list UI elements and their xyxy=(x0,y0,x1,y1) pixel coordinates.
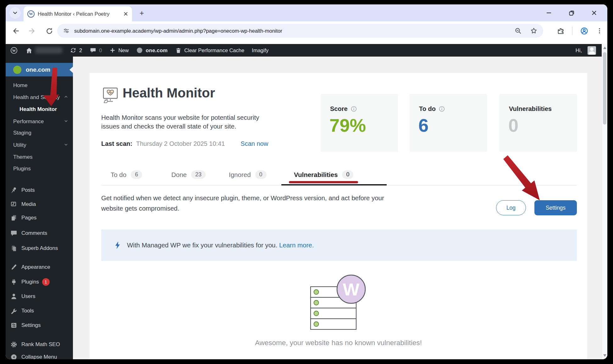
sidebar-item-users[interactable]: Users xyxy=(6,291,73,301)
scrollbar-thumb[interactable] xyxy=(603,52,606,124)
wp-sidebar: one.com Home Health and Security Health … xyxy=(6,57,73,359)
info-icon[interactable] xyxy=(351,106,357,112)
sidebar-item-themes[interactable]: Themes xyxy=(6,152,73,162)
sidebar-item-posts[interactable]: Posts xyxy=(6,185,73,195)
learn-more-link[interactable]: Learn more. xyxy=(279,241,314,249)
media-icon xyxy=(10,201,18,208)
clear-cache-menu[interactable]: Clear Performance Cache xyxy=(175,47,244,54)
sidebar-item-health-and-security[interactable]: Health and Security xyxy=(6,92,73,102)
tab-close-icon[interactable]: ✕ xyxy=(123,10,128,18)
comments-menu[interactable]: 0 xyxy=(90,47,102,54)
reload-icon[interactable] xyxy=(45,27,53,35)
zoom-icon[interactable] xyxy=(514,27,522,35)
wordpress-favicon-icon: W xyxy=(27,10,35,18)
last-scan-row: Last scan: Thursday 2 October 2025 10:41… xyxy=(101,140,268,147)
trash-icon xyxy=(175,47,182,54)
tab-ignored[interactable]: Ignored0 xyxy=(229,170,267,179)
scroll-up-arrow-icon[interactable] xyxy=(603,47,606,49)
new-tab-button[interactable]: + xyxy=(137,8,146,18)
sidebar-item-collapse-menu[interactable]: Collapse Menu xyxy=(6,352,73,359)
vulnerabilities-label: Vulnerabilities xyxy=(509,105,552,113)
admin-content: Health Monitor Health Monitor scans your… xyxy=(73,57,602,359)
tab-vulnerabilities[interactable]: Vulnerabilities0 xyxy=(294,170,353,179)
onecom-logo-icon xyxy=(136,47,143,54)
todo-label: To do xyxy=(419,105,436,113)
scroll-down-arrow-icon[interactable] xyxy=(603,354,606,357)
browser-tab[interactable]: W Health Monitor ‹ Pelican Poetry ✕ xyxy=(24,6,132,21)
browser-titlebar: W Health Monitor ‹ Pelican Poetry ✕ + xyxy=(6,4,607,21)
bookmark-star-icon[interactable] xyxy=(530,27,538,35)
log-button[interactable]: Log xyxy=(496,200,526,215)
sidebar-item-plugins[interactable]: Plugins 1 xyxy=(6,277,73,287)
onecom-menu[interactable]: one.com xyxy=(136,47,168,54)
site-settings-icon[interactable] xyxy=(63,27,70,34)
profile-icon[interactable] xyxy=(580,27,588,35)
scan-now-link[interactable]: Scan now xyxy=(240,140,268,147)
score-value: 79% xyxy=(329,115,366,136)
last-scan-value: Thursday 2 October 2025 10:41 xyxy=(136,140,225,147)
wp-logo-menu[interactable]: W xyxy=(10,47,18,54)
back-icon[interactable] xyxy=(11,27,19,35)
superb-addons-icon xyxy=(10,245,18,252)
minimize-button[interactable] xyxy=(544,10,554,15)
sidebar-item-media[interactable]: Media xyxy=(6,199,73,209)
account-menu[interactable]: Hi, xyxy=(576,46,602,55)
tab-todo[interactable]: To do6 xyxy=(111,170,142,179)
active-tab-indicator xyxy=(281,184,387,185)
sidebar-item-home[interactable]: Home xyxy=(6,80,73,91)
lightning-bolt-icon xyxy=(114,241,121,249)
close-button[interactable] xyxy=(589,10,599,15)
url-text[interactable]: subdomain.one-example.academy/wp-admin/a… xyxy=(74,28,511,34)
updates-icon xyxy=(70,47,77,54)
server-illustration: W xyxy=(306,270,382,334)
forward-icon[interactable] xyxy=(28,27,36,35)
site-name-menu[interactable] xyxy=(25,47,62,54)
sidebar-item-settings[interactable]: Settings xyxy=(6,320,73,330)
plugin-icon xyxy=(10,278,18,286)
appearance-brush-icon xyxy=(10,263,18,271)
page-scrollbar[interactable] xyxy=(602,44,607,359)
sidebar-item-performance[interactable]: Performance xyxy=(6,117,73,127)
extensions-icon[interactable] xyxy=(557,27,565,35)
last-scan-label: Last scan: xyxy=(101,140,132,147)
new-content-menu[interactable]: New xyxy=(109,47,129,53)
chevron-down-icon xyxy=(64,119,69,125)
updates-menu[interactable]: 2 xyxy=(70,47,82,54)
vulnerabilities-card: Vulnerabilities 0 xyxy=(500,94,577,152)
url-bar[interactable]: subdomain.one-example.academy/wp-admin/a… xyxy=(57,24,543,38)
gear-icon xyxy=(10,341,18,348)
sidebar-item-comments[interactable]: Comments xyxy=(6,228,73,238)
sidebar-item-staging[interactable]: Staging xyxy=(6,128,73,138)
restore-button[interactable] xyxy=(566,10,577,16)
tab-search-button[interactable] xyxy=(9,7,21,19)
todo-card: To do 6 xyxy=(410,94,487,152)
menu-dots-icon[interactable] xyxy=(596,27,603,34)
greeting-text: Hi, xyxy=(576,47,582,53)
imagify-menu[interactable]: Imagify xyxy=(252,47,268,53)
sidebar-item-rank-math-seo[interactable]: Rank Math SEO xyxy=(6,339,73,350)
settings-button[interactable]: Settings xyxy=(534,200,577,215)
sidebar-item-utility[interactable]: Utility xyxy=(6,140,73,150)
onecom-green-dot-icon xyxy=(13,66,21,74)
chevron-up-icon xyxy=(64,94,69,101)
sidebar-item-pages[interactable]: Pages xyxy=(6,213,73,223)
vulnerabilities-description: Get notified when we detect any insecure… xyxy=(101,193,403,213)
browser-window: W Health Monitor ‹ Pelican Poetry ✕ + su… xyxy=(6,4,607,359)
page-title: Health Monitor xyxy=(123,85,215,101)
sidebar-item-onecom[interactable]: one.com xyxy=(6,63,73,76)
new-label: New xyxy=(118,47,129,53)
tab-count-badge: 0 xyxy=(255,170,267,179)
home-icon xyxy=(25,47,33,54)
sidebar-item-health-monitor[interactable]: Health Monitor xyxy=(6,104,73,114)
sidebar-item-superb-addons[interactable]: Superb Addons xyxy=(6,243,73,253)
browser-toolbar: subdomain.one-example.academy/wp-admin/a… xyxy=(6,21,607,44)
sidebar-item-plugins-onecom[interactable]: Plugins xyxy=(6,164,73,174)
sidebar-item-tools[interactable]: Tools xyxy=(6,306,73,316)
chevron-down-icon xyxy=(13,10,18,15)
info-icon[interactable] xyxy=(439,106,445,112)
annotation-red-underline xyxy=(289,181,358,183)
sidebar-item-appearance[interactable]: Appearance xyxy=(6,262,73,272)
tab-done[interactable]: Done23 xyxy=(171,170,206,179)
chevron-down-icon xyxy=(64,142,69,149)
window-controls xyxy=(544,4,607,21)
